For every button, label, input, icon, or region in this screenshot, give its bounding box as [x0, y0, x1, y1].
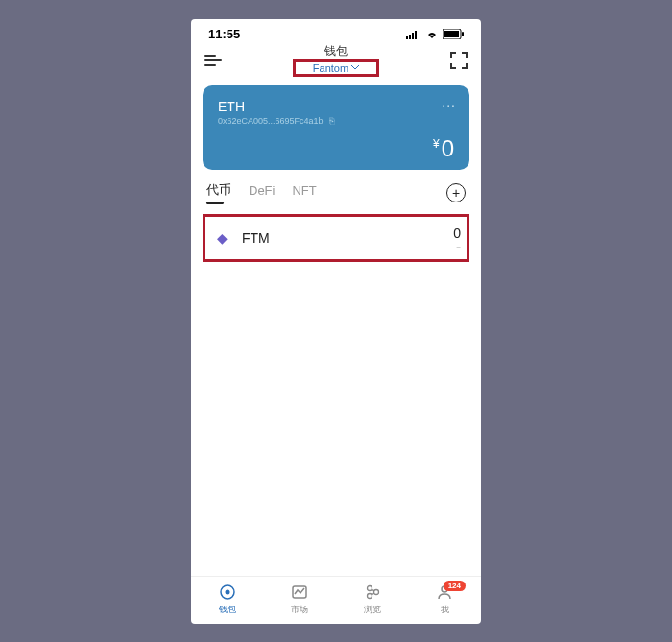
currency-symbol: ¥: [433, 137, 440, 151]
svg-rect-2: [412, 33, 414, 39]
add-token-button[interactable]: +: [446, 183, 466, 202]
svg-rect-5: [444, 31, 459, 37]
svg-point-10: [367, 586, 372, 591]
wallet-icon: [218, 583, 237, 602]
token-balance: 0 ~: [453, 225, 461, 251]
badge: 124: [444, 581, 466, 591]
network-selector[interactable]: Fantom: [293, 59, 379, 77]
card-symbol: ETH: [218, 99, 454, 114]
nav-market[interactable]: 市场: [264, 583, 337, 616]
token-list: ◆ FTM 0 ~: [191, 204, 481, 272]
page-title: 钱包: [222, 43, 450, 59]
bottom-nav: 钱包 市场 浏览 124 我: [191, 576, 481, 624]
token-icon: ◆: [211, 227, 232, 249]
svg-point-8: [225, 590, 229, 595]
scan-icon[interactable]: [450, 52, 468, 69]
status-bar: 11:55: [191, 19, 481, 45]
phone-frame: 11:55 钱包 Fantom ETH 0x62eCA005...6695Fc4…: [191, 19, 481, 624]
tab-tokens[interactable]: 代币: [206, 181, 231, 204]
nav-me[interactable]: 124 我: [409, 583, 482, 616]
balance-card[interactable]: ETH 0x62eCA005...6695Fc4a1b ⎘ ··· ¥0: [203, 85, 469, 170]
svg-rect-0: [406, 36, 408, 39]
nav-label: 钱包: [219, 604, 236, 616]
svg-rect-6: [462, 32, 464, 36]
status-time: 11:55: [208, 27, 240, 41]
token-name: FTM: [242, 230, 453, 246]
copy-icon[interactable]: ⎘: [329, 116, 334, 126]
nav-label: 浏览: [364, 604, 381, 616]
nav-wallet[interactable]: 钱包: [191, 583, 264, 616]
card-balance: ¥0: [433, 135, 454, 162]
wifi-icon: [425, 30, 439, 39]
svg-point-12: [367, 594, 372, 599]
svg-rect-1: [409, 35, 411, 39]
nav-label: 市场: [291, 604, 308, 616]
chart-icon: [290, 583, 309, 602]
signal-icon: [406, 30, 421, 39]
header: 钱包 Fantom: [191, 45, 481, 80]
browse-icon: [363, 583, 382, 602]
tab-nft[interactable]: NFT: [292, 183, 316, 203]
network-name: Fantom: [313, 62, 348, 74]
svg-point-11: [373, 590, 378, 595]
chevron-down-icon: [351, 65, 359, 70]
token-row[interactable]: ◆ FTM 0 ~: [203, 214, 469, 262]
status-indicators: [406, 29, 464, 39]
nav-browse[interactable]: 浏览: [336, 583, 409, 616]
tabs: 代币 DeFi NFT +: [191, 178, 481, 204]
card-address: 0x62eCA005...6695Fc4a1b ⎘: [218, 116, 454, 126]
svg-rect-3: [415, 31, 417, 39]
tab-defi[interactable]: DeFi: [249, 183, 275, 203]
battery-icon: [443, 29, 464, 39]
menu-icon[interactable]: [204, 55, 222, 66]
nav-label: 我: [441, 604, 449, 616]
card-more-icon[interactable]: ···: [442, 97, 456, 112]
